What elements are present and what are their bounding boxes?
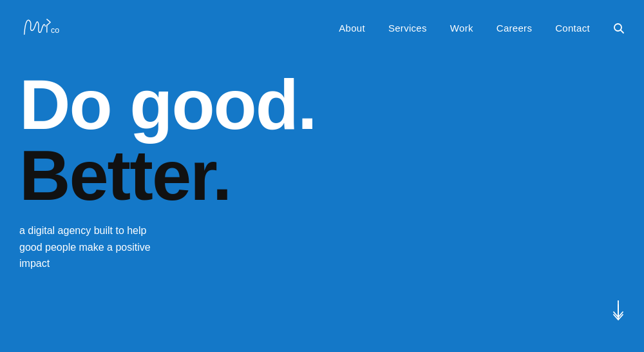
scroll-arrow-container	[612, 304, 625, 326]
page-wrapper: co About Services Work Careers Contact D…	[0, 0, 644, 352]
search-icon	[613, 23, 625, 34]
nav-careers[interactable]: Careers	[497, 23, 532, 34]
logo-icon: co	[19, 10, 64, 46]
nav-work[interactable]: Work	[450, 23, 473, 34]
hero-title-line1: Do good.	[19, 69, 625, 140]
scroll-down-fixed-button[interactable]	[612, 304, 625, 326]
nav-services[interactable]: Services	[388, 23, 427, 34]
svg-text:co: co	[51, 26, 59, 35]
hero-title-line2: Better.	[19, 140, 625, 211]
main-nav: About Services Work Careers Contact	[339, 23, 625, 34]
search-button[interactable]	[613, 23, 625, 34]
svg-line-2	[621, 30, 623, 32]
nav-contact[interactable]: Contact	[555, 23, 590, 34]
hero-subtitle: a digital agency built to help good peop…	[19, 222, 161, 272]
hero-section: Do good. Better. a digital agency built …	[0, 56, 644, 272]
arrow-down-icon	[612, 304, 625, 324]
site-header: co About Services Work Careers Contact	[0, 0, 644, 56]
logo-area: co	[19, 10, 64, 46]
nav-about[interactable]: About	[339, 23, 365, 34]
